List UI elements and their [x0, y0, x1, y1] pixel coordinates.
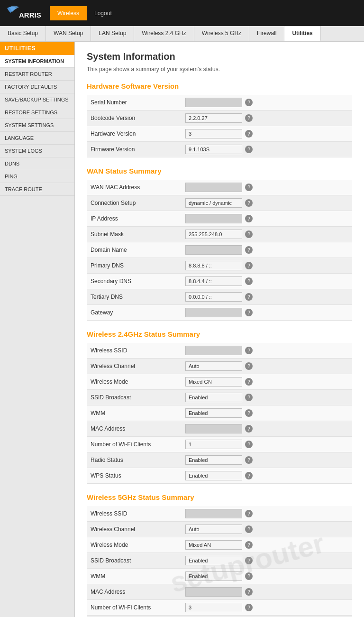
row-label: Radio Status — [87, 452, 182, 468]
wireless-tab[interactable]: Wireless — [50, 6, 87, 20]
help-icon[interactable]: ? — [245, 588, 253, 596]
help-icon[interactable]: ? — [245, 215, 253, 222]
sidebar-item-factory-defaults[interactable]: FACTORY DEFAULTS — [0, 81, 74, 93]
sidebar-item-system-settings[interactable]: SYSTEM SETTINGS — [0, 119, 74, 132]
help-icon[interactable]: ? — [245, 114, 253, 122]
row-label: Wireless Channel — [87, 359, 182, 374]
row-value — [185, 183, 242, 192]
nav-wireless-5[interactable]: Wireless 5 GHz — [194, 26, 249, 41]
table-row: Serial Number ? — [87, 95, 352, 111]
help-icon[interactable]: ? — [245, 394, 253, 401]
row-value: dynamic / dynamic — [185, 198, 242, 208]
help-icon[interactable]: ? — [245, 230, 253, 238]
sidebar-item-save-backup[interactable]: SAVE/BACKUP SETTINGS — [0, 93, 74, 106]
help-icon[interactable]: ? — [245, 362, 253, 370]
table-row: Firmware Version 9.1.103S? — [87, 142, 352, 157]
row-value — [185, 245, 242, 255]
nav-firewall[interactable]: Firewall — [249, 26, 284, 41]
help-icon[interactable]: ? — [245, 604, 253, 611]
help-icon[interactable]: ? — [245, 572, 253, 580]
nav-wan-setup[interactable]: WAN Setup — [46, 26, 91, 41]
table-row: MAC Address ? — [87, 421, 352, 437]
row-label: Subnet Mask — [87, 227, 182, 242]
row-label: Radio Status — [87, 616, 182, 617]
row-label: Connection Setup — [87, 195, 182, 211]
sidebar-item-system-info[interactable]: SYSTEM INFORMATION — [0, 55, 74, 68]
arris-logo: ARRIS — [5, 4, 45, 22]
help-icon[interactable]: ? — [245, 262, 253, 269]
sidebar-item-trace-route[interactable]: TRACE ROUTE — [0, 183, 74, 196]
logout-button[interactable]: Logout — [87, 6, 119, 20]
row-label: Wireless Mode — [87, 374, 182, 390]
nav-basic-setup[interactable]: Basic Setup — [0, 26, 46, 41]
row-label: Firmware Version — [87, 142, 182, 157]
row-value — [185, 98, 242, 107]
row-label: Wireless Channel — [87, 522, 182, 537]
help-icon[interactable]: ? — [245, 347, 253, 354]
help-icon[interactable]: ? — [245, 425, 253, 433]
help-icon[interactable]: ? — [245, 130, 253, 138]
help-icon[interactable]: ? — [245, 184, 253, 191]
row-value: Enabled — [185, 455, 242, 465]
content-area: System Information This page shows a sum… — [75, 42, 364, 617]
help-icon[interactable]: ? — [245, 246, 253, 254]
row-value: 8.8.8.8 / :: — [185, 261, 242, 270]
sidebar-item-restore-settings[interactable]: RESTORE SETTINGS — [0, 106, 74, 119]
page-description: This page shows a summary of your system… — [87, 66, 352, 73]
table-row: Primary DNS 8.8.8.8 / ::? — [87, 258, 352, 274]
sidebar-item-ddns[interactable]: DDNS — [0, 157, 74, 170]
help-icon[interactable]: ? — [245, 409, 253, 417]
sidebar-item-system-logs[interactable]: SYSTEM LOGS — [0, 145, 74, 157]
sidebar-item-language[interactable]: LANGUAGE — [0, 132, 74, 145]
help-icon[interactable]: ? — [245, 456, 253, 464]
row-value — [185, 587, 242, 597]
header: ARRIS Wireless Logout — [0, 0, 364, 26]
help-icon[interactable]: ? — [245, 472, 253, 479]
help-icon[interactable]: ? — [245, 99, 253, 106]
wireless24-section-title: Wireless 2.4GHz Status Summary — [87, 330, 352, 338]
help-icon[interactable]: ? — [245, 277, 253, 285]
help-icon[interactable]: ? — [245, 309, 253, 316]
help-icon[interactable]: ? — [245, 525, 253, 533]
row-value: Mixed GN — [185, 377, 242, 387]
row-value: 8.8.4.4 / :: — [185, 276, 242, 286]
row-value — [185, 346, 242, 355]
row-label: Wireless SSID — [87, 343, 182, 359]
table-row: Radio Status Enabled? — [87, 616, 352, 617]
sidebar-item-ping[interactable]: PING — [0, 170, 74, 183]
sidebar: UTILITIES SYSTEM INFORMATION RESTART ROU… — [0, 42, 75, 617]
row-label: WMM — [87, 405, 182, 421]
table-row: Wireless Channel Auto? — [87, 359, 352, 374]
table-row: Connection Setup dynamic / dynamic? — [87, 195, 352, 211]
help-icon[interactable]: ? — [245, 510, 253, 517]
row-label: Primary DNS — [87, 258, 182, 274]
help-icon[interactable]: ? — [245, 378, 253, 386]
row-value: 3 — [185, 129, 242, 138]
row-value: Auto — [185, 525, 242, 534]
sidebar-item-restart-router[interactable]: RESTART ROUTER — [0, 68, 74, 81]
table-row: Wireless SSID ? — [87, 506, 352, 522]
row-value: 3 — [185, 603, 242, 612]
row-value — [185, 509, 242, 518]
nav-lan-setup[interactable]: LAN Setup — [91, 26, 134, 41]
help-icon[interactable]: ? — [245, 199, 253, 207]
table-row: Radio Status Enabled? — [87, 452, 352, 468]
row-value: Enabled — [185, 556, 242, 565]
table-row: WAN MAC Address ? — [87, 180, 352, 195]
table-row: Secondary DNS 8.8.4.4 / ::? — [87, 274, 352, 289]
help-icon[interactable]: ? — [245, 293, 253, 301]
help-icon[interactable]: ? — [245, 557, 253, 564]
nav-utilities[interactable]: Utilities — [284, 26, 320, 41]
wireless5-section-title: Wireless 5GHz Status Summary — [87, 493, 352, 501]
row-value — [185, 424, 242, 433]
nav-wireless-24[interactable]: Wireless 2.4 GHz — [134, 26, 194, 41]
row-value: 1 — [185, 440, 242, 449]
wan-table: WAN MAC Address ? Connection Setup dynam… — [87, 180, 352, 321]
table-row: Number of Wi-Fi Clients 1? — [87, 437, 352, 452]
row-label: Number of Wi-Fi Clients — [87, 600, 182, 616]
row-label: MAC Address — [87, 421, 182, 437]
wireless24-table: Wireless SSID ? Wireless Channel Auto? W… — [87, 343, 352, 484]
help-icon[interactable]: ? — [245, 146, 253, 153]
help-icon[interactable]: ? — [245, 441, 253, 448]
help-icon[interactable]: ? — [245, 541, 253, 549]
